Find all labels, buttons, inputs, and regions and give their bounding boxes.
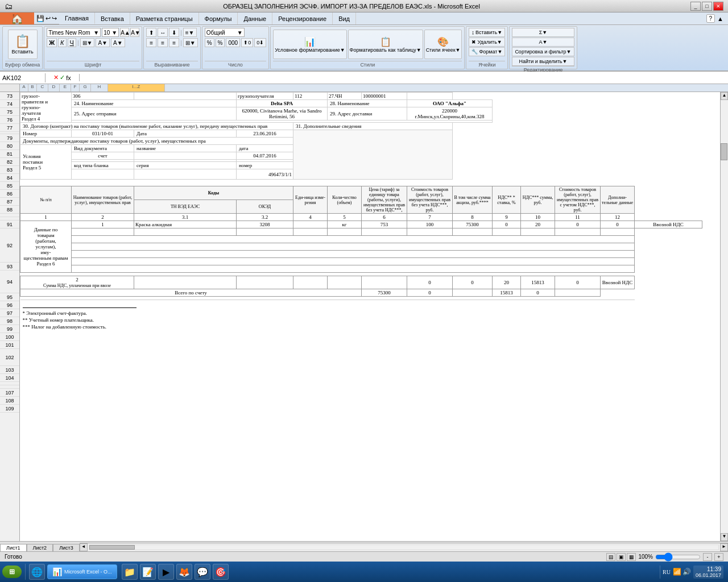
cell-s24-value[interactable]: Delta SPA [237,100,328,107]
data-row1-name[interactable]: Краска алкидная [134,221,237,228]
row-74[interactable]: 74 [0,100,19,108]
align-right-btn[interactable]: ≡ [169,38,179,47]
insert-function-btn[interactable]: fx [66,74,71,81]
row-104[interactable]: 104 [0,374,19,382]
row-93[interactable]: 93 [0,263,19,271]
cell-s25-value[interactable]: 620000, Civitanova Marhe, via Sandro Ret… [237,107,328,120]
row-85[interactable]: 85 [0,182,19,190]
row-84[interactable]: 84 [0,174,19,182]
empty-95-2[interactable] [134,228,237,236]
cell-s29-value[interactable]: 220000 г.Минск,ул.Скорины,40,ком.328 [407,107,493,120]
find-select-btn[interactable]: Найти и выделить▼ [512,57,574,66]
h-scrollbar[interactable]: ◄ ► [80,543,728,551]
row-103[interactable]: 103 [0,366,19,374]
row2-cost-vat[interactable]: 0 [555,276,601,289]
row-79[interactable]: 79 [0,134,19,142]
cell-nomer-value[interactable]: 031/10-01 [72,130,134,138]
zoom-out-btn[interactable]: - [703,553,712,561]
row-97[interactable]: 97 [0,309,19,317]
increase-decimal-btn[interactable]: ⬆0 [241,38,253,47]
cell-val2[interactable]: 27.ЧН [328,93,362,100]
row-87[interactable]: 87 [0,198,19,206]
thousands-btn[interactable]: 000 [226,38,240,47]
scroll-right-btn[interactable]: ► [720,543,728,551]
cell-schet-value[interactable]: счет [72,152,134,160]
tab-insert[interactable]: Вставка [95,13,130,24]
undo-quick-btn[interactable]: ↩ [46,15,51,22]
name-box[interactable]: AK102 [0,73,46,82]
cell-nomer-value2[interactable]: 496473/1/1 [237,169,293,180]
vertical-scrollbar[interactable]: ▲ ▼ [720,92,728,541]
align-bottom-btn[interactable]: ⬇ [169,28,179,37]
empty-95-10[interactable] [521,228,555,236]
zoom-slider[interactable] [655,554,701,560]
data-row1-unit[interactable]: кг [328,221,362,228]
cell-val3[interactable]: 100000001 [362,93,407,100]
normal-view-btn[interactable]: ▤ [606,553,615,561]
row-96[interactable]: 96 [0,301,19,309]
total-excise[interactable]: 0 [407,289,453,297]
row-98[interactable]: 98 [0,317,19,325]
h-scroll-track[interactable] [89,544,719,550]
total-cost[interactable]: 75300 [362,289,407,297]
confirm-formula-btn[interactable]: ✓ [60,74,65,81]
sheet-tab-1[interactable]: Лист1 [0,544,27,551]
row-95[interactable]: 95 [0,293,19,301]
border-btn[interactable]: ⊞▼ [80,38,95,47]
scroll-thumb[interactable] [721,143,727,160]
page-layout-btn[interactable]: ▣ [617,553,626,561]
data-row1-tn[interactable]: 3208 [237,221,293,228]
col-D[interactable]: D [48,84,60,92]
help-button[interactable]: ? [706,14,715,23]
row-82[interactable]: 82 [0,158,19,166]
empty-95-7[interactable] [407,228,453,236]
zoom-in-btn[interactable]: + [714,553,723,561]
office-button[interactable]: 🏠 [0,13,34,24]
sort-filter-btn[interactable]: Сортировка и фильтр▼ [512,47,574,56]
decrease-decimal-btn[interactable]: 0⬇ [254,38,266,47]
bold-btn[interactable]: Ж [47,38,57,47]
data-row1-extra[interactable]: Ввозной НДС [635,221,702,228]
row-102[interactable]: 102 [0,349,19,366]
ribbon-minimize-button[interactable]: ▲ [717,15,723,22]
row2-extra[interactable]: Ввозной НДС [601,276,635,289]
fill-color-btn[interactable]: A▼ [96,38,110,47]
insert-cells-btn[interactable]: ↨Вставить▼ [469,28,505,37]
data-row1-qty[interactable]: 753 [362,221,407,228]
fill-btn[interactable]: A▼ [512,38,574,47]
italic-btn[interactable]: К [58,38,66,47]
row-109[interactable]: 109 [0,405,19,413]
data-row1-vat-rate[interactable]: 20 [521,221,555,228]
empty-95-4[interactable] [293,228,328,236]
save-quick-btn[interactable]: 💾 [36,15,44,22]
row2-excise[interactable]: 0 [453,276,493,289]
sheet-tab-3[interactable]: Лист3 [53,544,80,551]
tab-page-layout[interactable]: Разметка страницы [130,13,199,24]
row-86[interactable]: 86 [0,190,19,198]
row-73[interactable]: 73 [0,92,19,100]
col-F[interactable]: F [71,84,80,92]
data-row1-excise[interactable]: 0 [493,221,521,228]
row-107[interactable]: 107 [0,389,19,397]
cell-s28-value[interactable]: ОАО "Альфа" [407,100,493,107]
decrease-font-btn[interactable]: A▼ [130,28,139,37]
currency-btn[interactable]: % [205,38,214,47]
col-B[interactable]: B [28,84,37,92]
empty-row-98[interactable] [72,251,635,258]
scroll-up-btn[interactable]: ▲ [721,92,728,100]
empty-95-6[interactable] [362,228,407,236]
row2-vat-rate[interactable]: 20 [493,276,521,289]
tab-data[interactable]: Данные [238,13,272,24]
scroll-down-btn[interactable]: ▼ [721,533,728,541]
row2-tn[interactable] [134,276,237,289]
row2-cost[interactable]: 0 [407,276,453,289]
merge-btn[interactable]: ⊞▼ [183,38,198,47]
row2-qty[interactable] [328,276,362,289]
underline-btn[interactable]: Ч [68,38,76,47]
cell-s31-content[interactable] [293,130,453,180]
row-108[interactable]: 108 [0,397,19,405]
cell-nazvanie-value[interactable] [134,152,237,160]
cell-seriya-value[interactable] [134,169,237,180]
row-77[interactable]: 77 [0,124,19,132]
col-E[interactable]: E [60,84,71,92]
